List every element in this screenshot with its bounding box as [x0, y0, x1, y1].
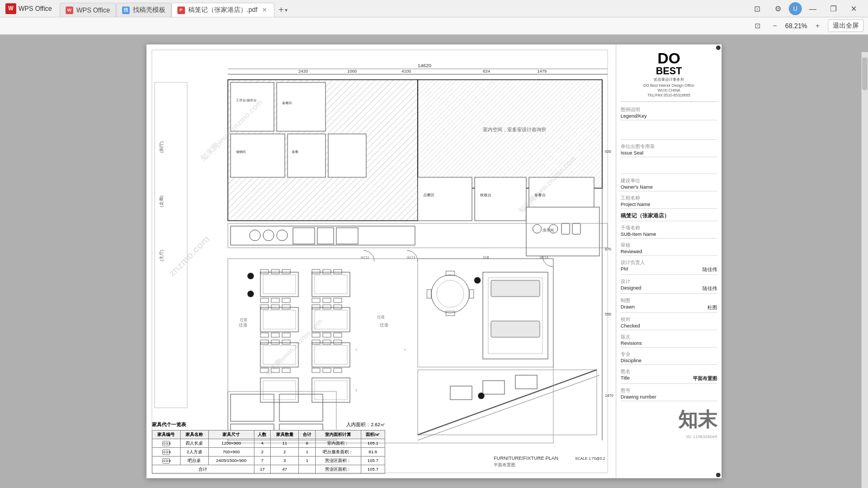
floorplan-svg: 2420 1000 4100 624 1479 14620 (副厅) (走廊) … [146, 44, 616, 478]
cell-persons-1: 4 [254, 439, 271, 448]
svg-text:室内空间，室多室设计咨询所: 室内空间，室多室设计咨询所 [483, 127, 546, 132]
svg-rect-29 [475, 177, 526, 221]
svg-rect-83 [312, 269, 320, 274]
svg-rect-74 [271, 340, 279, 344]
info-designed-label: 设计 [621, 278, 717, 285]
vertical-scrollbar[interactable] [861, 52, 868, 488]
table-row: ①②③ 2人方桌 700×900 2 2 1 吧台服务面积： 81.6 [152, 448, 385, 457]
logo-subtitle-cn: 贰佰事设计事务所 [621, 77, 717, 82]
info-issue-seal-label: 单位出图专用章 [621, 143, 717, 150]
cell-area-label-2: 吧台服务面积： [315, 448, 361, 457]
svg-rect-73 [260, 340, 269, 344]
col-header-area-val: 面积/㎡ [361, 431, 385, 439]
cell-total-1: 8 [299, 439, 316, 448]
svg-text:1470: 1470 [605, 394, 614, 397]
svg-rect-62 [282, 298, 290, 303]
info-drawing-number-label: 图号 [621, 387, 717, 394]
svg-rect-55 [260, 272, 298, 297]
cell-name-2: 2人方桌 [180, 448, 208, 457]
add-tab-icon: + [279, 5, 284, 15]
add-tab-dropdown-icon[interactable]: ▾ [285, 7, 288, 13]
wps-icon: W [5, 3, 16, 14]
add-tab-button[interactable]: + ▾ [275, 3, 292, 17]
logo-best: BEST [621, 66, 717, 76]
col-header-name: 家具名称 [180, 431, 208, 439]
svg-rect-65 [260, 305, 269, 309]
scrollbar-thumb[interactable] [862, 57, 867, 90]
svg-rect-121 [450, 386, 472, 400]
tab-close-icon[interactable]: ✕ [261, 7, 269, 14]
exit-fullscreen-button[interactable]: 退出全屏 [828, 20, 864, 32]
svg-rect-106 [315, 381, 347, 400]
cell-qty-1: 11 [271, 439, 299, 448]
info-legend: 图例说明 Legend/Key [621, 106, 717, 120]
wps-logo-area[interactable]: W WPS Office [0, 0, 58, 17]
zoom-out-button[interactable]: − [768, 20, 782, 33]
info-project-label: 工程名称 [621, 195, 717, 202]
info-reviewed: 审核 Reviewed [621, 242, 717, 256]
svg-rect-18 [277, 82, 326, 131]
close-button[interactable]: ✕ [844, 1, 864, 16]
info-checked: 校对 Checked [621, 316, 717, 330]
svg-text:(走廊): (走廊) [159, 195, 164, 207]
fit-page-button[interactable]: ⊡ [748, 1, 767, 16]
info-drawn-value: 杜图 [707, 304, 717, 311]
cell-id-3: ①②③ [152, 457, 181, 465]
zoom-in-button[interactable]: + [810, 20, 825, 33]
znzmo-logo-area: 知末 [621, 407, 717, 433]
svg-text:洗手间: 洗手间 [542, 228, 554, 232]
info-subitem-sublabel: SUB-Item Name [621, 232, 717, 239]
svg-rect-16 [231, 82, 274, 131]
titlebar-controls: ⊡ ⚙ U — ❐ ✕ [748, 0, 868, 17]
svg-text:550: 550 [605, 312, 611, 316]
zoom-value: 68.21% [785, 22, 807, 30]
svg-rect-78 [282, 368, 290, 373]
tab-templates[interactable]: 找 找稿壳模板 [116, 3, 171, 17]
svg-point-108 [431, 275, 469, 313]
svg-text:↕: ↕ [355, 348, 358, 351]
tab-pdf[interactable]: P 稿笼记（张家港店）.pdf ✕ [171, 3, 275, 17]
restore-button[interactable]: ❐ [824, 1, 843, 16]
svg-text:1479: 1479 [537, 69, 547, 74]
svg-text:↕: ↕ [404, 348, 406, 351]
svg-text:过道: 过道 [240, 318, 247, 322]
svg-rect-9 [155, 82, 187, 408]
info-discipline: 专业 Discipline [621, 351, 717, 365]
info-issue-seal-sublabel: Issue Seal [621, 150, 717, 157]
svg-text:工作台/操作台: 工作台/操作台 [236, 99, 257, 102]
info-checked-sublabel: Checked [621, 323, 717, 330]
svg-rect-111 [446, 311, 455, 316]
tab-templates-icon: 找 [122, 7, 130, 14]
cell-qty-3: 3 [271, 457, 299, 465]
svg-rect-96 [334, 333, 342, 337]
furniture-data-table: 家具编号 家具名称 家具尺寸 人数 家具数量 合计 室内面积计算 面积/㎡ ①② [152, 430, 385, 474]
title-bar: W WPS Office W WPS Office 找 找稿壳模板 P 稿笼记（… [0, 0, 868, 17]
svg-rect-93 [334, 305, 342, 309]
info-title-value: 平面布置图 [693, 375, 717, 382]
svg-rect-87 [323, 298, 331, 303]
info-pm-sublabel: PM [621, 266, 628, 273]
info-drawn-label: 制图 [621, 297, 717, 304]
svg-rect-125 [231, 394, 274, 421]
minimize-button[interactable]: — [803, 1, 822, 16]
svg-rect-84 [323, 269, 331, 274]
svg-rect-41 [231, 226, 415, 245]
svg-rect-59 [282, 269, 290, 274]
svg-point-130 [247, 291, 254, 297]
info-title: 图名 Title 平面布置图 [621, 368, 717, 384]
user-avatar[interactable]: U [789, 2, 802, 15]
tab-pdf-label: 稿笼记（张家港店）.pdf [188, 5, 258, 15]
tab-wps[interactable]: W WPS Office [60, 3, 116, 17]
svg-rect-116 [491, 280, 540, 297]
fit-view-button[interactable]: ⊡ [750, 20, 764, 33]
svg-rect-94 [312, 333, 320, 337]
cell-area-val-1: 105.1 [361, 439, 385, 448]
main-content: 知末网www.znzmo.com znzmo.com 知末网www.znzmo.… [0, 35, 868, 488]
col-header-area-calc: 室内面积计算 [315, 431, 361, 439]
info-owner-label: 建设单位 [621, 177, 717, 184]
settings-button[interactable]: ⚙ [768, 1, 788, 16]
toolbar: ⊡ − 68.21% + 退出全屏 [0, 17, 868, 35]
info-pm-value: 陆佳伟 [703, 266, 717, 273]
floorplan-area: 2420 1000 4100 624 1479 14620 (副厅) (走廊) … [146, 44, 616, 478]
info-issue-seal: 单位出图专用章 Issue Seal [621, 143, 717, 157]
